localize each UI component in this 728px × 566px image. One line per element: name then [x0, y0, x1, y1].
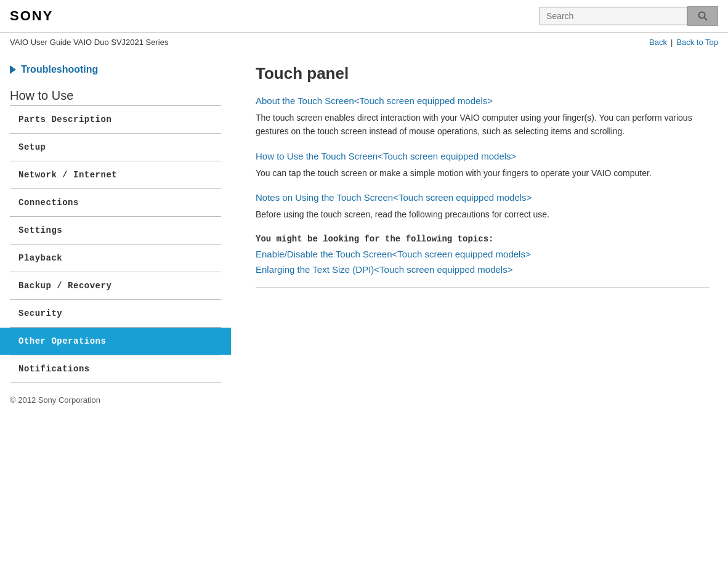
- section-text-how-to-use-touch-screen: You can tap the touch screen or make a s…: [256, 166, 710, 180]
- copyright-text: © 2012 Sony Corporation: [10, 395, 100, 405]
- content-sections: About the Touch Screen<Touch screen equi…: [256, 95, 710, 222]
- sony-logo: SONY: [10, 8, 53, 24]
- back-link[interactable]: Back: [649, 38, 667, 47]
- sidebar-item-connections[interactable]: Connections: [0, 189, 231, 216]
- sidebar-item-other-operations[interactable]: Other Operations: [0, 328, 231, 355]
- troubleshooting-label: Troubleshooting: [21, 64, 98, 75]
- search-button[interactable]: [687, 6, 718, 26]
- svg-point-0: [699, 12, 705, 18]
- also-looking-for-label: You might be looking for the following t…: [256, 234, 710, 244]
- search-icon: [698, 11, 708, 21]
- sidebar-item-notifications[interactable]: Notifications: [0, 355, 231, 382]
- sidebar-item-playback[interactable]: Playback: [0, 245, 231, 272]
- breadcrumb-links: Back | Back to Top: [649, 38, 718, 47]
- chevron-right-icon: [10, 65, 16, 74]
- guide-title: VAIO User Guide VAIO Duo SVJ2021 Series: [10, 38, 168, 47]
- svg-line-1: [705, 18, 708, 21]
- footer: © 2012 Sony Corporation: [0, 383, 231, 417]
- sidebar-item-settings[interactable]: Settings: [0, 217, 231, 244]
- section-link-notes-using-touch-screen[interactable]: Notes on Using the Touch Screen<Touch sc…: [256, 192, 710, 203]
- related-link-enable-disable[interactable]: Enable/Disable the Touch Screen<Touch sc…: [256, 249, 710, 259]
- section-text-notes-using-touch-screen: Before using the touch screen, read the …: [256, 208, 710, 221]
- sidebar-item-troubleshooting[interactable]: Troubleshooting: [0, 58, 231, 84]
- sidebar-item-security[interactable]: Security: [0, 300, 231, 327]
- section-link-about-touch-screen[interactable]: About the Touch Screen<Touch screen equi…: [256, 95, 710, 106]
- related-link-enlarging-text[interactable]: Enlarging the Text Size (DPI)<Touch scre…: [256, 264, 710, 275]
- search-area: [540, 6, 718, 26]
- header: SONY: [0, 0, 728, 33]
- sidebar-items-container: Parts DescriptionSetupNetwork / Internet…: [0, 106, 231, 383]
- sidebar-item-parts-description[interactable]: Parts Description: [0, 106, 231, 133]
- sidebar-item-backup-recovery[interactable]: Backup / Recovery: [0, 272, 231, 299]
- section-link-how-to-use-touch-screen[interactable]: How to Use the Touch Screen<Touch screen…: [256, 151, 710, 161]
- back-to-top-link[interactable]: Back to Top: [676, 38, 718, 47]
- page-title: Touch panel: [256, 64, 710, 83]
- breadcrumb-separator: |: [671, 38, 673, 47]
- content-bottom-divider: [256, 287, 710, 288]
- search-input[interactable]: [540, 7, 687, 25]
- sidebar-item-setup[interactable]: Setup: [0, 134, 231, 161]
- main-layout: Troubleshooting How to Use Parts Descrip…: [0, 52, 728, 557]
- breadcrumb-bar: VAIO User Guide VAIO Duo SVJ2021 Series …: [0, 33, 728, 52]
- content-area: Touch panel About the Touch Screen<Touch…: [231, 52, 728, 557]
- how-to-use-title: How to Use: [0, 84, 231, 105]
- section-text-about-touch-screen: The touch screen enables direct interact…: [256, 111, 710, 139]
- related-links: Enable/Disable the Touch Screen<Touch sc…: [256, 249, 710, 275]
- sidebar: Troubleshooting How to Use Parts Descrip…: [0, 52, 231, 557]
- sidebar-item-network-internet[interactable]: Network / Internet: [0, 161, 231, 188]
